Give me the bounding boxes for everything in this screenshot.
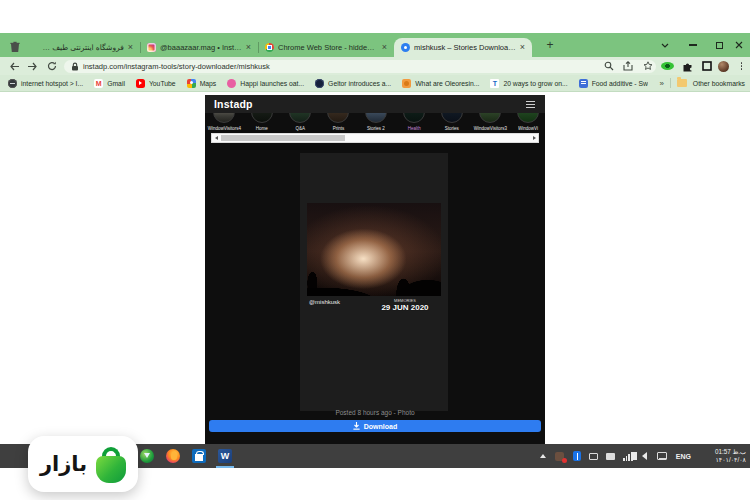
bookmark-happi[interactable]: Happi launches oat... bbox=[227, 79, 304, 88]
bookmark-oleoresin[interactable]: What are Oleoresin... bbox=[402, 79, 479, 88]
lock-icon bbox=[71, 62, 79, 71]
touch-keyboard-icon[interactable] bbox=[657, 451, 667, 461]
address-bar[interactable]: instadp.com/instagram-tools/story-downlo… bbox=[64, 60, 656, 73]
minimize-button[interactable] bbox=[680, 33, 706, 57]
tab-title: Chrome Web Store - hiddengran bbox=[278, 43, 378, 52]
microsoft-store-icon[interactable] bbox=[192, 449, 206, 463]
close-tab-icon[interactable]: × bbox=[382, 43, 387, 52]
bookmark-internet-hotspot[interactable]: internet hotspot > I... bbox=[8, 79, 83, 88]
tab-chrome-web-store[interactable]: Chrome Web Store - hiddengran × bbox=[258, 38, 394, 57]
close-window-button[interactable] bbox=[726, 33, 750, 57]
bookmarks-overflow-icon[interactable]: » bbox=[659, 79, 663, 88]
show-hidden-icons-chevron[interactable] bbox=[538, 451, 548, 461]
pink-site-icon bbox=[227, 79, 236, 88]
close-tab-icon[interactable]: × bbox=[520, 43, 525, 52]
scroll-left-arrow[interactable] bbox=[212, 134, 220, 142]
firefox-icon[interactable] bbox=[166, 449, 180, 463]
word-taskbar-item[interactable]: W bbox=[218, 444, 232, 468]
bookmark-food-additive[interactable]: Food additive - Swe... bbox=[579, 79, 648, 88]
taskbar-apps: W bbox=[140, 444, 232, 468]
folder-icon bbox=[677, 79, 687, 87]
network-signal-icon[interactable] bbox=[623, 451, 633, 461]
share-icon[interactable] bbox=[622, 60, 635, 73]
extensions-puzzle-icon[interactable] bbox=[681, 60, 694, 73]
tab-mishkusk-stories[interactable]: mishkusk – Stories Downloader × bbox=[394, 38, 532, 57]
tabs-container: فروشگاه اینترنتی طیف سنتر × @baaazaar.ma… bbox=[32, 38, 532, 57]
new-tab-button[interactable]: + bbox=[543, 38, 557, 52]
active-app-underline bbox=[216, 466, 234, 468]
download-icon bbox=[353, 422, 360, 430]
blue-doc-icon bbox=[579, 79, 588, 88]
bookmark-youtube[interactable]: YouTube bbox=[136, 79, 176, 88]
bazaar-wordmark: بازار bbox=[40, 452, 87, 476]
scrollbar-thumb[interactable] bbox=[221, 135, 345, 141]
orange-site-icon bbox=[402, 79, 411, 88]
url-text: instadp.com/instagram-tools/story-downlo… bbox=[83, 62, 270, 71]
tab-instagram-baaazaar[interactable]: @baaazaar.mag • Instagram pho × bbox=[140, 38, 258, 57]
forward-icon[interactable] bbox=[27, 60, 39, 72]
eye-extension-icon[interactable] bbox=[661, 60, 674, 73]
gmail-icon: M bbox=[94, 79, 103, 88]
reload-icon[interactable] bbox=[46, 60, 58, 72]
profile-avatar[interactable] bbox=[717, 60, 730, 73]
language-indicator[interactable]: ENG bbox=[676, 453, 691, 460]
tab-title: mishkusk – Stories Downloader bbox=[414, 43, 516, 52]
story-username: @mishkusk bbox=[309, 299, 340, 305]
instadp-favicon bbox=[401, 43, 410, 52]
notification-app-icon[interactable] bbox=[555, 451, 565, 461]
google-maps-icon bbox=[187, 79, 196, 88]
square-extension-icon[interactable] bbox=[700, 60, 713, 73]
globe-dark-icon bbox=[8, 79, 17, 88]
bazaar-bag-icon bbox=[96, 451, 126, 483]
close-tab-icon[interactable]: × bbox=[128, 43, 133, 52]
system-tray: ENG 01:57 ب.ظ ۱۴۰۱/۰۴/۰۸ bbox=[538, 444, 750, 468]
scroll-right-arrow[interactable] bbox=[530, 134, 538, 142]
posted-meta: Posted 8 hours ago - Photo bbox=[205, 409, 545, 416]
bookmarks-bar: internet hotspot > I... MGmail YouTube M… bbox=[0, 75, 750, 92]
clock-time: 01:57 ب.ظ bbox=[715, 448, 746, 455]
navy-site-icon bbox=[315, 79, 324, 88]
clock-date: ۱۴۰۱/۰۴/۰۸ bbox=[715, 456, 746, 463]
instadp-header: Instadp bbox=[205, 95, 545, 113]
back-icon[interactable] bbox=[8, 60, 20, 72]
tab-title: فروشگاه اینترنتی طیف سنتر bbox=[39, 43, 124, 52]
close-tab-icon[interactable]: × bbox=[246, 43, 251, 52]
media-device-icon[interactable] bbox=[606, 451, 616, 461]
instadp-logo: Instadp bbox=[214, 98, 253, 110]
bookmark-geltor[interactable]: Geltor introduces a... bbox=[315, 79, 391, 88]
bazaar-badge: بازار bbox=[28, 436, 138, 492]
tab-shop-teyf-sanat[interactable]: فروشگاه اینترنتی طیف سنتر × bbox=[32, 38, 140, 57]
tab-search-chevron-icon[interactable] bbox=[652, 33, 678, 57]
recycle-bin-icon[interactable] bbox=[9, 41, 21, 53]
word-icon: W bbox=[218, 449, 232, 463]
download-button[interactable]: Download bbox=[209, 420, 541, 432]
browser-toolbar: instadp.com/instagram-tools/story-downlo… bbox=[0, 57, 750, 75]
blue-t-icon: T bbox=[490, 79, 499, 88]
bookmark-20-ways[interactable]: T20 ways to grow on... bbox=[490, 79, 567, 88]
volume-icon[interactable] bbox=[640, 451, 650, 461]
browser-menu-icon[interactable] bbox=[735, 60, 748, 73]
instagram-favicon bbox=[147, 43, 156, 52]
idm-icon[interactable] bbox=[140, 449, 154, 463]
bookmarks-list: internet hotspot > I... MGmail YouTube M… bbox=[8, 75, 648, 91]
bookmark-maps[interactable]: Maps bbox=[187, 79, 217, 88]
divider bbox=[670, 78, 671, 88]
zoom-icon[interactable] bbox=[602, 60, 615, 73]
page-viewport: Instadp WindowVisitors4 Home Q&A Prints … bbox=[0, 92, 750, 444]
bluetooth-icon[interactable] bbox=[572, 451, 582, 461]
story-photo-lightning-storm[interactable] bbox=[307, 203, 441, 296]
scrollbar-track[interactable] bbox=[220, 134, 530, 142]
bookmark-gmail[interactable]: MGmail bbox=[94, 79, 125, 88]
chrome-favicon bbox=[265, 43, 274, 52]
hamburger-menu-icon[interactable] bbox=[526, 101, 535, 108]
bookmark-star-icon[interactable] bbox=[641, 60, 654, 73]
other-bookmarks-button[interactable]: Other bookmarks bbox=[693, 80, 745, 87]
tab-title: @baaazaar.mag • Instagram pho bbox=[160, 43, 242, 52]
instadp-story-widget: Instadp WindowVisitors4 Home Q&A Prints … bbox=[205, 95, 545, 444]
usb-icon[interactable] bbox=[589, 451, 599, 461]
story-card: @mishkusk MEMORIES 29 JUN 2020 bbox=[300, 153, 448, 411]
bookmarks-right-group: » Other bookmarks bbox=[653, 75, 745, 91]
taskbar-clock[interactable]: 01:57 ب.ظ ۱۴۰۱/۰۴/۰۸ bbox=[700, 448, 746, 465]
youtube-icon bbox=[136, 79, 145, 88]
memories-sticker: MEMORIES 29 JUN 2020 bbox=[372, 297, 438, 312]
